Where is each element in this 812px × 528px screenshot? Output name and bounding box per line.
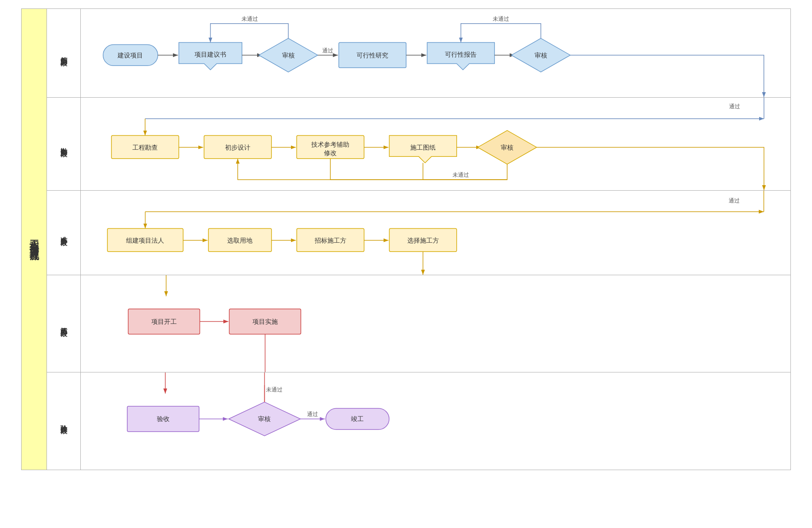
svg-text:未通过: 未通过 <box>493 16 509 22</box>
svg-text:通过: 通过 <box>307 411 318 417</box>
stage-row-5: 验收 审核 通过 竣工 未通过 <box>81 372 790 470</box>
node-jianshe: 建设项目 <box>117 52 143 59</box>
node-shishi: 项目实施 <box>252 318 278 325</box>
content-area: 建设项目 项目建议书 审核 通过 可行性研究 <box>81 9 790 470</box>
stage-label-3: 准备阶段 <box>47 191 80 275</box>
node-kexing-yanjiu: 可行性研究 <box>357 52 388 59</box>
stage-row-2: 通过 工程勘查 初步设计 技术参考辅助 修改 <box>81 98 790 191</box>
node-kaigong: 项目开工 <box>151 318 177 325</box>
stage-row-4: 项目开工 项目实施 <box>81 275 790 372</box>
svg-text:未通过: 未通过 <box>266 386 283 393</box>
node-shenhe-5: 审核 <box>258 416 271 423</box>
node-gongcheng-kancha: 工程勘查 <box>132 144 158 151</box>
svg-text:通过: 通过 <box>729 103 740 109</box>
svg-text:通过: 通过 <box>729 197 740 204</box>
node-shenhe-2: 审核 <box>501 144 513 151</box>
node-xuanqu: 选取用地 <box>227 237 252 244</box>
stage-row-1: 建设项目 项目建议书 审核 通过 可行性研究 <box>81 9 790 98</box>
stage-label-4: 施工阶段 <box>47 275 80 372</box>
stage-label-5: 验收阶段 <box>47 372 80 470</box>
node-jishu-cankao2: 修改 <box>324 149 337 156</box>
stage-row-3: 通过 组建项目法人 选取用地 招标施工方 <box>81 191 790 275</box>
node-xuanze: 选择施工方 <box>407 237 439 244</box>
node-chubu-sheji: 初步设计 <box>225 144 250 151</box>
node-jishu-cankao: 技术参考辅助 <box>311 141 349 148</box>
stages-column: 策划阶段 勘查阶段 准备阶段 施工阶段 验收阶段 <box>47 9 81 470</box>
node-junggong: 竣工 <box>351 416 364 423</box>
node-shigong-tuji: 施工图纸 <box>410 144 436 151</box>
node-zujian: 组建项目法人 <box>126 237 164 244</box>
node-zhaobiao: 招标施工方 <box>314 237 346 244</box>
node-shenhe1: 审核 <box>282 52 295 59</box>
stage-label-1: 策划阶段 <box>47 9 80 98</box>
node-yanshou: 验收 <box>157 416 170 423</box>
node-jianyi: 项目建议书 <box>195 51 226 58</box>
stage-label-2: 勘查阶段 <box>47 98 80 191</box>
svg-text:未通过: 未通过 <box>241 16 258 22</box>
svg-text:通过: 通过 <box>322 47 333 54</box>
node-kexing-baogao: 可行性报告 <box>445 51 477 58</box>
node-shenhe2: 审核 <box>535 52 547 59</box>
main-title: 工程项目管理流程 <box>22 9 47 470</box>
main-container: 工程项目管理流程 策划阶段 勘查阶段 准备阶段 施工阶段 验收阶段 <box>21 8 791 470</box>
svg-text:未通过: 未通过 <box>453 172 469 178</box>
